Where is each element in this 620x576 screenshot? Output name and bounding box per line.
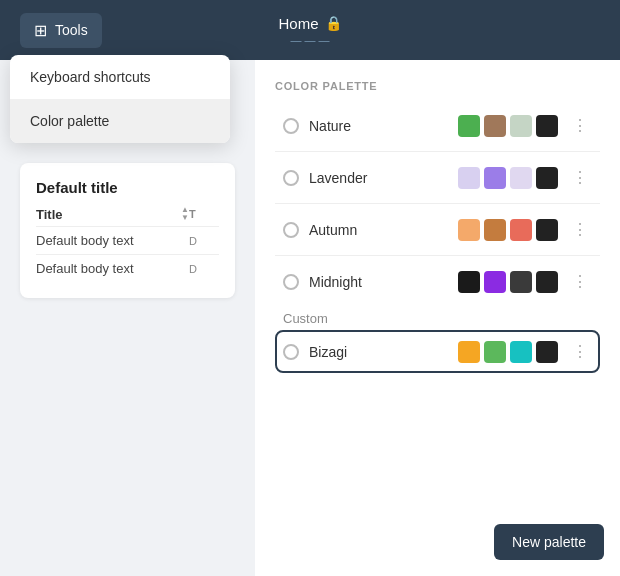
col-title-header: Title bbox=[36, 207, 177, 222]
radio-bizagi[interactable] bbox=[283, 344, 299, 360]
row-t: D bbox=[189, 235, 219, 247]
header-center: Home 🔒 — — — bbox=[278, 15, 341, 46]
swatches-nature bbox=[458, 115, 558, 137]
right-panel: COLOR PALETTE Nature ⋮ Lavender bbox=[255, 60, 620, 576]
more-button-autumn[interactable]: ⋮ bbox=[568, 218, 592, 241]
swatch bbox=[536, 271, 558, 293]
swatch bbox=[510, 271, 532, 293]
card: Default title Title ▲▼ T Default body te… bbox=[20, 163, 235, 298]
swatch bbox=[536, 115, 558, 137]
swatches-midnight bbox=[458, 271, 558, 293]
swatch bbox=[484, 115, 506, 137]
swatch bbox=[536, 219, 558, 241]
palette-name-nature: Nature bbox=[309, 118, 448, 134]
swatch bbox=[458, 219, 480, 241]
palette-item-nature[interactable]: Nature ⋮ bbox=[275, 104, 600, 147]
row-t: D bbox=[189, 263, 219, 275]
swatch bbox=[510, 115, 532, 137]
swatch bbox=[484, 219, 506, 241]
swatch bbox=[458, 271, 480, 293]
palette-list: Nature ⋮ Lavender bbox=[275, 104, 600, 303]
swatches-bizagi bbox=[458, 341, 558, 363]
palette-item-midnight[interactable]: Midnight ⋮ bbox=[275, 260, 600, 303]
tools-button[interactable]: ⊞ Tools bbox=[20, 13, 102, 48]
dropdown-item-keyboard-shortcuts[interactable]: Keyboard shortcuts bbox=[10, 55, 230, 99]
tools-icon: ⊞ bbox=[34, 21, 47, 40]
dropdown-menu: Keyboard shortcuts Color palette bbox=[10, 55, 230, 143]
palette-name-autumn: Autumn bbox=[309, 222, 448, 238]
swatch bbox=[484, 271, 506, 293]
swatch bbox=[536, 341, 558, 363]
table-row: Default body text D bbox=[36, 226, 219, 254]
lock-icon: 🔒 bbox=[325, 15, 342, 31]
swatch bbox=[458, 167, 480, 189]
sort-arrows: ▲▼ bbox=[181, 206, 189, 222]
row-label: Default body text bbox=[36, 233, 189, 248]
more-button-lavender[interactable]: ⋮ bbox=[568, 166, 592, 189]
home-label: Home bbox=[278, 15, 318, 32]
palette-name-bizagi: Bizagi bbox=[309, 344, 448, 360]
swatches-autumn bbox=[458, 219, 558, 241]
new-palette-button[interactable]: New palette bbox=[494, 524, 604, 560]
radio-autumn[interactable] bbox=[283, 222, 299, 238]
palette-item-bizagi[interactable]: Bizagi ⋮ bbox=[275, 330, 600, 373]
header-subtitle: — — — bbox=[278, 34, 341, 46]
col-t-header: T bbox=[189, 208, 219, 220]
section-label: COLOR PALETTE bbox=[275, 80, 600, 92]
swatch bbox=[484, 341, 506, 363]
swatch bbox=[510, 219, 532, 241]
more-button-bizagi[interactable]: ⋮ bbox=[568, 340, 592, 363]
swatch bbox=[536, 167, 558, 189]
palette-name-midnight: Midnight bbox=[309, 274, 448, 290]
card-table-header: Title ▲▼ T bbox=[36, 206, 219, 226]
swatch bbox=[458, 115, 480, 137]
swatches-lavender bbox=[458, 167, 558, 189]
radio-lavender[interactable] bbox=[283, 170, 299, 186]
swatch bbox=[484, 167, 506, 189]
table-row: Default body text D bbox=[36, 254, 219, 282]
card-title: Default title bbox=[36, 179, 219, 196]
radio-midnight[interactable] bbox=[283, 274, 299, 290]
swatch bbox=[510, 341, 532, 363]
more-button-nature[interactable]: ⋮ bbox=[568, 114, 592, 137]
row-label: Default body text bbox=[36, 261, 189, 276]
palette-item-autumn[interactable]: Autumn ⋮ bbox=[275, 208, 600, 251]
dropdown-item-color-palette[interactable]: Color palette bbox=[10, 99, 230, 143]
palette-name-lavender: Lavender bbox=[309, 170, 448, 186]
radio-nature[interactable] bbox=[283, 118, 299, 134]
swatch bbox=[510, 167, 532, 189]
palette-item-lavender[interactable]: Lavender ⋮ bbox=[275, 156, 600, 199]
more-button-midnight[interactable]: ⋮ bbox=[568, 270, 592, 293]
tools-label: Tools bbox=[55, 22, 88, 38]
custom-section-label: Custom bbox=[275, 303, 600, 330]
swatch bbox=[458, 341, 480, 363]
header: ⊞ Tools Home 🔒 — — — bbox=[0, 0, 620, 60]
